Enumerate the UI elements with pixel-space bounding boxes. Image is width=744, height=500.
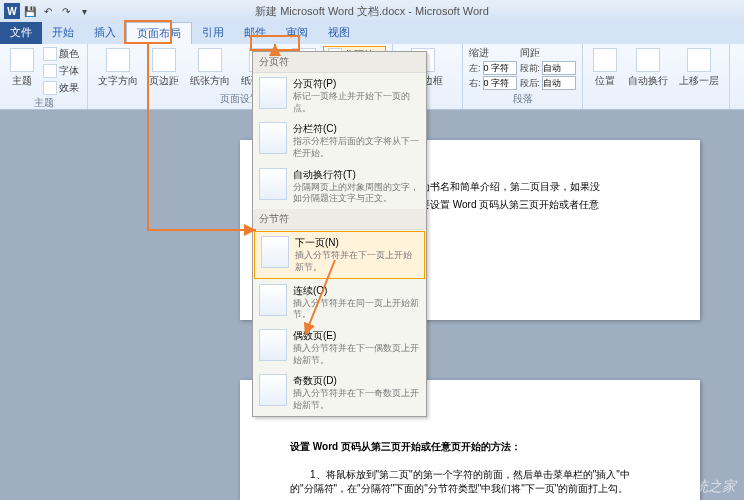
fonts-button[interactable]: 字体	[41, 63, 81, 79]
quick-access-toolbar: W 💾 ↶ ↷ ▾	[0, 3, 96, 19]
group-arrange: 位置 自动换行 上移一层	[583, 44, 730, 109]
group-label-paragraph: 段落	[469, 92, 576, 107]
doc-text: 1、将鼠标放到"第二页"的第一个字符的前面，然后单击菜单栏的"插入"中的"分隔符…	[290, 468, 650, 496]
dd-column-break[interactable]: 分栏符(C)指示分栏符后面的文字将从下一栏开始。	[253, 118, 426, 163]
dd-page-break[interactable]: 分页符(P)标记一页终止并开始下一页的点。	[253, 73, 426, 118]
redo-icon[interactable]: ↷	[58, 3, 74, 19]
spacing-title: 间距	[520, 46, 577, 60]
breaks-dropdown: 分页符 分页符(P)标记一页终止并开始下一页的点。 分栏符(C)指示分栏符后面的…	[252, 51, 427, 417]
dd-even-page[interactable]: 偶数页(E)插入分节符并在下一偶数页上开始新节。	[253, 325, 426, 370]
group-themes: 主题 颜色 字体 效果 主题	[0, 44, 88, 109]
effects-button[interactable]: 效果	[41, 80, 81, 96]
indent-title: 缩进	[469, 46, 517, 60]
title-bar: W 💾 ↶ ↷ ▾ 新建 Microsoft Word 文档.docx - Mi…	[0, 0, 744, 22]
group-paragraph: 缩进 左: 右: 间距 段前: 段后: 段落	[463, 44, 583, 109]
window-title: 新建 Microsoft Word 文档.docx - Microsoft Wo…	[255, 4, 489, 19]
qat-dropdown-icon[interactable]: ▾	[76, 3, 92, 19]
spacing-after-input[interactable]	[542, 76, 576, 90]
position-button[interactable]: 位置	[589, 46, 621, 90]
doc-text: 设置 Word 页码从第三页开始或任意页开始的方法：	[290, 440, 650, 454]
spacing-before-input[interactable]	[542, 61, 576, 75]
ribbon-tabs: 文件 开始 插入 页面布局 引用 邮件 审阅 视图	[0, 22, 744, 44]
text-direction-button[interactable]: 文字方向	[94, 46, 142, 90]
margins-button[interactable]: 页边距	[145, 46, 183, 90]
indent-left-input[interactable]	[483, 61, 517, 75]
wrap-button[interactable]: 自动换行	[624, 46, 672, 90]
dd-header-section-breaks: 分节符	[253, 209, 426, 230]
dd-next-page[interactable]: 下一页(N)插入分节符并在下一页上开始新节。	[254, 231, 425, 278]
tab-references[interactable]: 引用	[192, 22, 234, 44]
colors-button[interactable]: 颜色	[41, 46, 81, 62]
tab-file[interactable]: 文件	[0, 22, 42, 44]
indent-right-input[interactable]	[483, 76, 517, 90]
dd-continuous[interactable]: 连续(O)插入分节符并在同一页上开始新节。	[253, 280, 426, 325]
themes-button[interactable]: 主题	[6, 46, 38, 90]
annotation-highlight-tab	[124, 20, 172, 44]
tab-insert[interactable]: 插入	[84, 22, 126, 44]
tab-home[interactable]: 开始	[42, 22, 84, 44]
orientation-button[interactable]: 纸张方向	[186, 46, 234, 90]
dd-header-page-breaks: 分页符	[253, 52, 426, 73]
save-icon[interactable]: 💾	[22, 3, 38, 19]
dd-odd-page[interactable]: 奇数页(D)插入分节符并在下一奇数页上开始新节。	[253, 370, 426, 415]
undo-icon[interactable]: ↶	[40, 3, 56, 19]
tab-view[interactable]: 视图	[318, 22, 360, 44]
word-icon[interactable]: W	[4, 3, 20, 19]
annotation-highlight-breaks	[250, 35, 300, 51]
group-label-themes: 主题	[6, 96, 81, 111]
watermark: 系统之家	[680, 478, 736, 496]
forward-button[interactable]: 上移一层	[675, 46, 723, 90]
dd-text-wrap-break[interactable]: 自动换行符(T)分隔网页上的对象周围的文字，如分隔题注文字与正文。	[253, 164, 426, 209]
